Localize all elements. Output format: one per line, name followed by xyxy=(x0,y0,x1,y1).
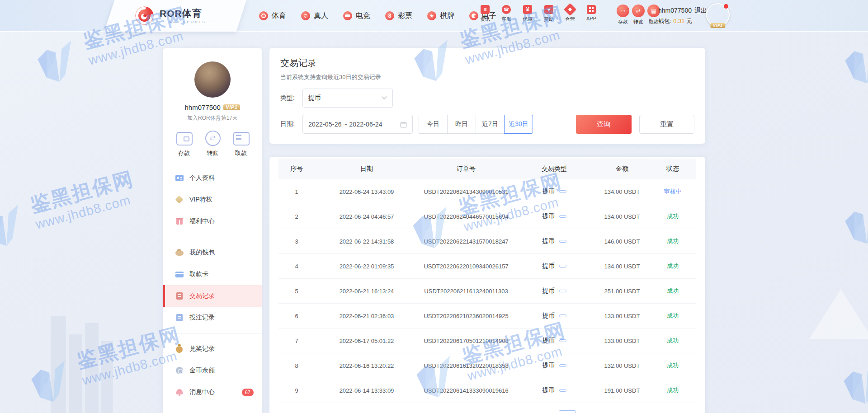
sidebar-menu-item[interactable]: 交易记录 xyxy=(163,285,262,307)
sidebar-menu-label: 消息中心 xyxy=(189,388,215,396)
join-days-text: 加入ROR体育第17天 xyxy=(163,114,262,122)
sidebar-quick-label: 转账 xyxy=(207,149,218,157)
cell-status: 成功 xyxy=(649,237,696,245)
vip-icon xyxy=(175,196,184,204)
watermark-shield-icon xyxy=(835,195,868,253)
transfer-circle-icon xyxy=(632,5,645,17)
game-nav-item[interactable]: 真人 xyxy=(301,11,328,21)
utility-nav-item[interactable]: 优惠 xyxy=(523,5,533,23)
date-range-button[interactable]: 昨日 xyxy=(447,115,476,134)
detail-button[interactable] xyxy=(559,240,566,243)
date-label: 日期: xyxy=(280,120,302,128)
cell-amount: 133.00 USDT xyxy=(595,313,649,319)
sidebar-menu-label: 交易记录 xyxy=(189,292,215,300)
sidebar-menu-item[interactable]: 兑奖记录 xyxy=(163,338,262,360)
cell-type: 提币 xyxy=(514,237,595,245)
sidebar-menu-label: 取款卡 xyxy=(189,270,208,278)
wallet-quick-label: 存款 xyxy=(618,19,628,25)
cell-status: 成功 xyxy=(649,361,696,370)
detail-button[interactable] xyxy=(559,265,566,268)
detail-button[interactable] xyxy=(559,290,566,292)
profile-avatar[interactable] xyxy=(194,61,231,98)
detail-button[interactable] xyxy=(559,339,566,342)
cell-order-number: USDT202206210236020014925 xyxy=(419,313,514,319)
cell-amount: 134.00 USDT xyxy=(595,188,649,195)
detail-button[interactable] xyxy=(559,215,566,218)
game-nav-item[interactable]: 电竞 xyxy=(343,11,370,21)
sidebar-quick-action[interactable]: 转账 xyxy=(204,130,221,157)
detail-button[interactable] xyxy=(559,314,566,317)
trans-record-icon xyxy=(175,292,184,300)
page-subtitle: 当前系统支持查询最近30日的交易记录 xyxy=(280,73,694,81)
cell-amount: 133.00 USDT xyxy=(595,338,649,344)
table-row: 3 2022-06-22 14:31:58 USDT20220622143157… xyxy=(278,229,696,254)
utility-nav-label: 资讯 xyxy=(480,16,490,23)
cell-amount: 132.00 USDT xyxy=(595,362,649,369)
sidebar-menu-item[interactable]: 金币余额 xyxy=(163,360,262,381)
brand-title: ROR体育 xyxy=(160,8,215,19)
utility-nav-label: 合营 xyxy=(565,16,575,23)
detail-button[interactable] xyxy=(559,364,566,367)
game-nav-item[interactable]: 棋牌 xyxy=(427,11,454,21)
detail-button[interactable] xyxy=(559,190,566,193)
wallet-label: 钱包: xyxy=(658,18,672,24)
brand-logo[interactable]: ROR体育 ROR SPORTS xyxy=(134,5,215,26)
game-nav-label: 彩票 xyxy=(398,11,412,21)
utility-nav-item[interactable]: 赞助 xyxy=(544,5,554,23)
date-range-input[interactable]: 2022-05-26 ~ 2022-06-24 xyxy=(302,115,413,134)
date-range-button[interactable]: 今日 xyxy=(419,115,448,134)
date-range-buttons: 今日 昨日 近7日 近30日 xyxy=(419,115,533,134)
cell-order-number: USDT202206221431570018247 xyxy=(419,238,514,245)
wallet-quick-label: 转账 xyxy=(633,19,643,25)
cell-status: 成功 xyxy=(649,337,696,345)
type-select[interactable]: 提币 xyxy=(302,89,393,108)
detail-button[interactable] xyxy=(559,389,566,392)
game-nav-item[interactable]: 体育 xyxy=(259,11,286,21)
utility-nav-item[interactable]: 资讯 xyxy=(480,5,490,23)
table-row: 7 2022-06-17 05:01:22 USDT20220617050121… xyxy=(278,329,696,353)
date-range-button[interactable]: 近30日 xyxy=(504,115,533,134)
logout-link[interactable]: 退出 xyxy=(694,7,707,14)
wallet-quick-item[interactable]: 转账 xyxy=(632,5,645,25)
sidebar-menu-label: 我的钱包 xyxy=(189,249,215,257)
sidebar-menu-item[interactable]: 投注记录 xyxy=(163,307,262,329)
cell-no: 7 xyxy=(278,338,315,344)
news-icon xyxy=(481,5,490,14)
cell-no: 8 xyxy=(278,362,315,369)
filter-card: 交易记录 当前系统支持查询最近30日的交易记录 类型: 提币 日期: 2022-… xyxy=(269,48,705,144)
table-row: 2 2022-06-24 04:46:57 USDT20220624044657… xyxy=(278,204,696,229)
sidebar-menu-item[interactable]: 我的钱包 xyxy=(163,242,262,263)
wallet-quick-item[interactable]: 存款 xyxy=(617,5,629,25)
reset-button[interactable]: 重置 xyxy=(639,115,694,134)
profile-icon xyxy=(175,174,184,182)
date-range-button[interactable]: 近7日 xyxy=(476,115,505,134)
sponsor-icon xyxy=(544,5,553,14)
type-select-value: 提币 xyxy=(308,94,321,102)
transfer-outline-icon xyxy=(204,130,221,145)
sidebar-menu-item[interactable]: 消息中心 67 xyxy=(163,381,262,403)
query-button[interactable]: 查询 xyxy=(576,115,632,134)
divider xyxy=(163,237,262,237)
piggy-icon xyxy=(175,249,184,257)
table-row: 8 2022-06-16 13:20:22 USDT20220616132022… xyxy=(278,353,696,378)
utility-nav-item[interactable]: APP xyxy=(586,5,596,23)
table-row: 6 2022-06-21 02:36:03 USDT20220621023602… xyxy=(278,304,696,329)
sidebar-quick-action[interactable]: 取款 xyxy=(233,130,249,157)
table-row: 4 2022-06-22 01:09:35 USDT20220622010934… xyxy=(278,254,696,279)
utility-nav-item[interactable]: 客服 xyxy=(501,5,511,23)
cell-status: 成功 xyxy=(649,312,696,320)
sidebar-menu-item[interactable]: 取款卡 xyxy=(163,263,262,285)
cell-no: 6 xyxy=(278,313,315,319)
user-avatar[interactable]: VIP1 xyxy=(706,3,730,27)
cell-no: 3 xyxy=(278,238,315,245)
vip-badge: VIP1 xyxy=(710,23,725,28)
game-nav-item[interactable]: 彩票 xyxy=(385,11,412,21)
sidebar-menu-item[interactable]: VIP特权 xyxy=(163,189,262,211)
cell-type: 提币 xyxy=(514,337,595,345)
sidebar-menu-item[interactable]: 福利中心 xyxy=(163,211,262,232)
cell-date: 2022-06-24 04:46:57 xyxy=(315,213,419,220)
sidebar-quick-action[interactable]: 存款 xyxy=(176,130,192,157)
sidebar-menu-item[interactable]: 个人资料 xyxy=(163,167,262,189)
date-range-value: 2022-05-26 ~ 2022-06-24 xyxy=(308,121,382,128)
utility-nav-item[interactable]: 合营 xyxy=(565,5,575,23)
